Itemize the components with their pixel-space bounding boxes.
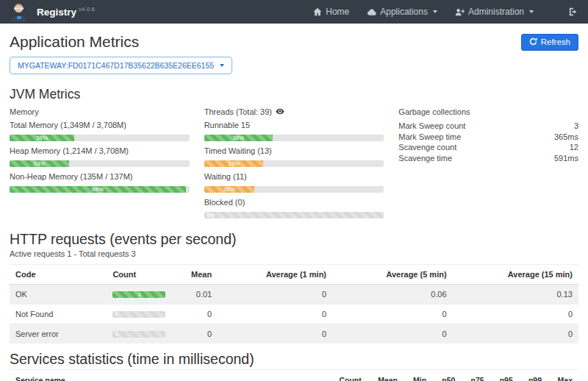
brand-title: Registry — [37, 7, 76, 18]
services-statistics-title: Services statistics (time in millisecond… — [10, 351, 578, 368]
progress-bar: 0% — [204, 212, 384, 218]
gc-value: 591ms — [554, 153, 578, 164]
table-row: Server error 0 0 0 0 0 — [10, 324, 578, 344]
refresh-label: Refresh — [541, 38, 570, 46]
progress-bar: 28% — [204, 186, 384, 193]
http-avg15: 0.13 — [453, 285, 578, 305]
jhipster-avatar-logo — [10, 2, 27, 22]
progress-percent-label: 33% — [33, 160, 45, 167]
gc-value: 3 — [574, 121, 578, 132]
http-avg1: 0 — [218, 285, 332, 305]
cloud-icon — [367, 8, 376, 16]
http-mean: 0 — [172, 305, 218, 324]
page-title: Application Metrics — [10, 33, 521, 51]
col-header-service-name: Service name — [10, 370, 328, 381]
progress-bar-fill: 0 — [112, 311, 165, 318]
navbar: Registry v4.0.6 Home Applications Admini… — [0, 0, 588, 24]
col-header-p50: p50 — [432, 370, 461, 381]
gc-label: Mark Sweep count — [398, 121, 465, 132]
user-plus-icon — [455, 8, 465, 16]
nav-home-label: Home — [326, 7, 349, 17]
threads-column: Threads (Total: 39) Runnable 15 38% Time… — [204, 107, 384, 224]
nav-applications[interactable]: Applications — [367, 7, 437, 17]
col-header-mean: Mean — [172, 265, 218, 285]
progress-bar-fill: 98% — [10, 186, 186, 193]
table-row: Not Found 0 0 0 0 0 — [10, 305, 578, 324]
progress-percent-label: 36% — [36, 135, 48, 141]
metric-heap-memory: Heap Memory (1,214M / 3,708M) 33% — [10, 146, 190, 167]
gc-column: Garbage collections Mark Sweep count 3 M… — [398, 107, 578, 224]
metric-label: Total Memory (1,349M / 3,708M) — [10, 121, 190, 130]
col-header-p99: p99 — [519, 370, 548, 381]
metric-label: Non-Heap Memory (135M / 137M) — [10, 172, 190, 182]
count-value: 3 — [137, 291, 140, 298]
col-header-avg5: Average (5 min) — [332, 265, 453, 285]
instance-selector-label: MYGATEWAY:FD0171C467D17B35622B635E26EE61… — [18, 61, 214, 70]
refresh-icon — [529, 38, 537, 47]
instance-selector-dropdown[interactable]: MYGATEWAY:FD0171C467D17B35622B635E26EE61… — [10, 57, 232, 74]
count-value: 0 — [115, 331, 118, 338]
col-header-code: Code — [10, 265, 107, 285]
nav-home[interactable]: Home — [313, 7, 349, 17]
progress-percent-label: 33% — [228, 160, 240, 167]
progress-bar-fill: 36% — [10, 135, 74, 141]
progress-bar-fill: 0 — [112, 331, 165, 338]
col-header-count: Count — [328, 370, 367, 381]
progress-bar-fill: 38% — [204, 135, 273, 141]
metric-label: Waiting (11) — [204, 172, 384, 182]
nav-administration[interactable]: Administration — [455, 7, 534, 17]
count-progress-bar: 0 — [112, 331, 165, 338]
gc-row: Mark Sweep time 365ms — [398, 132, 578, 143]
progress-bar-fill: 3 — [112, 291, 165, 298]
chevron-down-icon — [529, 10, 534, 13]
threads-title: Threads (Total: 39) — [204, 107, 272, 117]
services-statistics-table: Service name Count Mean Min p50 p75 p95 … — [10, 369, 578, 381]
progress-bar-fill: 28% — [204, 186, 255, 193]
http-code: Server error — [10, 324, 107, 344]
chevron-down-icon — [433, 10, 437, 13]
chevron-down-icon — [220, 64, 224, 67]
gc-row: Scavenge count 12 — [398, 142, 578, 153]
progress-percent-label: 98% — [92, 186, 104, 193]
gc-row: Mark Sweep count 3 — [398, 121, 578, 132]
gc-value: 12 — [570, 142, 578, 153]
memory-title: Memory — [10, 107, 190, 117]
http-avg15: 0 — [453, 324, 578, 344]
http-requests-subtitle: Active requests 1 - Total requests 3 — [10, 249, 578, 258]
jvm-metrics-grid: Memory Total Memory (1,349M / 3,708M) 36… — [10, 107, 578, 224]
metric-runnable: Runnable 15 38% — [204, 121, 384, 141]
progress-bar-fill: 0% — [204, 212, 384, 218]
gc-title: Garbage collections — [398, 107, 578, 117]
metric-label: Blocked (0) — [204, 198, 384, 207]
progress-bar: 98% — [10, 186, 190, 193]
memory-column: Memory Total Memory (1,349M / 3,708M) 36… — [10, 107, 190, 224]
progress-bar-fill: 33% — [10, 160, 69, 167]
http-avg15: 0 — [453, 305, 578, 324]
col-header-avg1: Average (1 min) — [218, 265, 332, 285]
progress-bar: 36% — [10, 135, 190, 141]
gc-label: Scavenge count — [398, 142, 456, 153]
http-mean: 0 — [172, 324, 218, 344]
count-progress-bar: 0 — [112, 311, 165, 318]
col-header-avg15: Average (15 min) — [453, 265, 578, 285]
progress-percent-label: 38% — [232, 135, 244, 141]
progress-bar: 33% — [204, 160, 384, 167]
progress-percent-label: 28% — [223, 186, 235, 193]
col-header-p95: p95 — [490, 370, 519, 381]
http-avg5: 0 — [332, 305, 453, 324]
metric-waiting: Waiting (11) 28% — [204, 172, 384, 193]
col-header-count: Count — [107, 265, 172, 285]
eye-icon[interactable] — [276, 107, 284, 117]
metric-timed-waiting: Timed Waiting (13) 33% — [204, 146, 384, 167]
http-avg1: 0 — [218, 305, 332, 324]
http-avg5: 0 — [332, 324, 453, 344]
metric-label: Heap Memory (1,214M / 3,708M) — [10, 146, 190, 156]
nav-applications-label: Applications — [380, 7, 428, 17]
http-requests-table: Code Count Mean Average (1 min) Average … — [10, 264, 578, 343]
count-value: 0 — [115, 311, 118, 318]
gc-row: Scavenge time 591ms — [398, 153, 578, 164]
sign-out-icon[interactable] — [569, 7, 578, 16]
progress-bar-fill: 33% — [204, 160, 264, 167]
gc-label: Mark Sweep time — [398, 132, 461, 143]
refresh-button[interactable]: Refresh — [521, 34, 578, 51]
